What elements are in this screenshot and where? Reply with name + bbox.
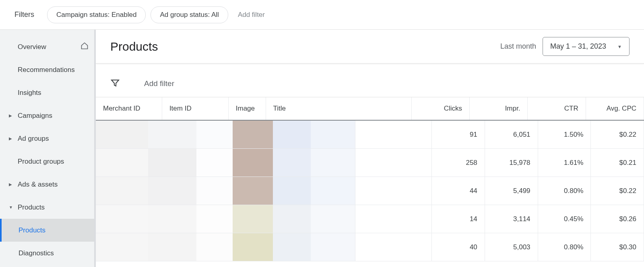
cell-clicks: 44 [432, 177, 485, 205]
table-row[interactable]: 143,1140.45%$0.26 [96, 205, 644, 233]
redacted-block [273, 149, 311, 177]
sidebar-item-campaigns[interactable]: ▶ Campaigns [0, 104, 94, 127]
cell-clicks: 14 [432, 205, 485, 233]
filters-label: Filters [14, 10, 34, 19]
cell-ctr: 1.61% [538, 149, 591, 177]
date-range-value: May 1 – 31, 2023 [550, 42, 606, 51]
cell-spacer [355, 121, 432, 148]
sidebar-item-label: Ad groups [18, 135, 49, 143]
sidebar-item-label: Campaigns [18, 112, 52, 120]
chevron-right-icon: ▶ [9, 136, 12, 141]
redacted-block [148, 233, 196, 261]
redacted-block [273, 177, 311, 205]
chevron-right-icon: ▶ [9, 113, 12, 118]
cell-spacer [355, 205, 432, 233]
column-header-image[interactable]: Image [229, 97, 266, 120]
filter-chip-ad-group-status[interactable]: Ad group status: All [151, 6, 228, 23]
column-header-merchant-id[interactable]: Merchant ID [96, 97, 162, 120]
filter-bar: Filters Campaign status: Enabled Ad grou… [0, 0, 644, 30]
table-row[interactable]: 445,4990.80%$0.22 [96, 177, 644, 205]
redacted-block [233, 149, 273, 177]
chevron-down-icon: ▼ [9, 205, 13, 209]
cell-clicks: 258 [432, 149, 485, 177]
sidebar-item-label: Product groups [18, 158, 64, 166]
redacted-cells [96, 205, 355, 233]
redacted-cells [96, 177, 355, 205]
home-icon [80, 42, 89, 52]
redacted-cells [96, 121, 355, 148]
sidebar-item-overview[interactable]: Overview [0, 35, 94, 58]
redacted-block [196, 177, 233, 205]
sidebar-item-recommendations[interactable]: Recommendations [0, 58, 94, 81]
column-header-avg-cpc[interactable]: Avg. CPC [586, 97, 644, 120]
table-filter-bar: Add filter [96, 70, 644, 97]
cell-impr: 15,978 [485, 149, 538, 177]
cell-ctr: 0.80% [538, 233, 591, 261]
redacted-block [273, 205, 311, 233]
redacted-block [96, 121, 148, 148]
products-table: Merchant ID Item ID Image Title Clicks I… [96, 97, 644, 267]
main-content: Products Last month May 1 – 31, 2023 ▼ A… [96, 30, 644, 267]
table-row[interactable]: 25815,9781.61%$0.21 [96, 149, 644, 177]
add-filter-button[interactable]: Add filter [238, 11, 265, 19]
date-range-picker[interactable]: May 1 – 31, 2023 ▼ [543, 37, 630, 56]
sidebar-item-label: Recommendations [18, 66, 75, 74]
redacted-block [311, 121, 355, 148]
redacted-block [196, 121, 233, 148]
sidebar-subitem-products[interactable]: Products [0, 219, 94, 242]
cell-cpc: $0.21 [591, 149, 644, 177]
filter-chip-campaign-status[interactable]: Campaign status: Enabled [47, 6, 146, 23]
redacted-block [311, 233, 355, 261]
cell-spacer [355, 177, 432, 205]
sidebar-item-label: Products [19, 226, 45, 234]
column-header-title[interactable]: Title [266, 97, 327, 120]
table-row[interactable]: 916,0511.50%$0.22 [96, 121, 644, 149]
redacted-block [96, 233, 148, 261]
cell-spacer [355, 233, 432, 261]
sidebar-subitem-diagnostics[interactable]: Diagnostics [0, 242, 94, 265]
sidebar-item-insights[interactable]: Insights [0, 81, 94, 104]
redacted-block [311, 177, 355, 205]
redacted-block [233, 121, 273, 148]
sidebar-item-label: Insights [18, 89, 41, 97]
redacted-cells [96, 233, 355, 261]
table-header-row: Merchant ID Item ID Image Title Clicks I… [96, 97, 644, 121]
redacted-cells [96, 149, 355, 177]
redacted-block [96, 205, 148, 233]
table-add-filter-button[interactable]: Add filter [144, 79, 174, 88]
sidebar-item-products[interactable]: ▼ Products [0, 196, 94, 219]
date-range-label: Last month [500, 42, 536, 51]
cell-spacer [355, 149, 432, 177]
cell-ctr: 0.80% [538, 177, 591, 205]
filter-icon[interactable] [110, 78, 120, 89]
sidebar-item-ads-assets[interactable]: ▶ Ads & assets [0, 173, 94, 196]
column-header-spacer [327, 97, 412, 120]
sidebar-item-ad-groups[interactable]: ▶ Ad groups [0, 127, 94, 150]
sidebar-item-product-groups[interactable]: Product groups [0, 150, 94, 173]
redacted-block [273, 121, 311, 148]
chevron-right-icon: ▶ [9, 182, 12, 187]
redacted-block [148, 177, 196, 205]
redacted-block [196, 233, 233, 261]
column-header-ctr[interactable]: CTR [528, 97, 586, 120]
redacted-block [233, 205, 273, 233]
cell-cpc: $0.30 [591, 233, 644, 261]
redacted-block [196, 205, 233, 233]
redacted-block [233, 233, 273, 261]
cell-cpc: $0.22 [591, 177, 644, 205]
sidebar-item-label: Products [18, 203, 45, 212]
redacted-block [196, 149, 233, 177]
cell-cpc: $0.26 [591, 205, 644, 233]
column-header-clicks[interactable]: Clicks [412, 97, 470, 120]
redacted-block [233, 177, 273, 205]
column-header-item-id[interactable]: Item ID [162, 97, 229, 120]
cell-clicks: 40 [432, 233, 485, 261]
redacted-block [311, 149, 355, 177]
redacted-block [148, 205, 196, 233]
cell-impr: 3,114 [485, 205, 538, 233]
sidebar: Overview Recommendations Insights ▶ Camp… [0, 30, 96, 267]
table-row[interactable]: 405,0030.80%$0.30 [96, 233, 644, 261]
cell-impr: 5,499 [485, 177, 538, 205]
cell-clicks: 91 [432, 121, 485, 148]
column-header-impr[interactable]: Impr. [470, 97, 528, 120]
